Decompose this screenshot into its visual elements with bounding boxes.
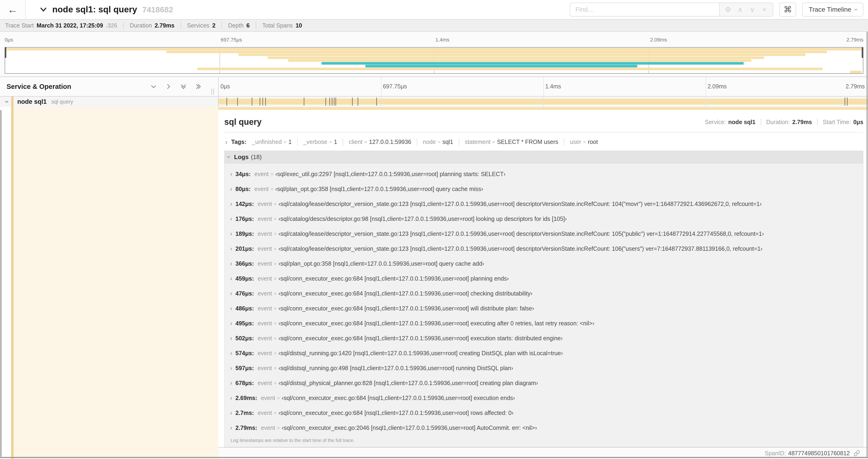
collapse-all-icon[interactable] bbox=[180, 83, 187, 90]
tag-item[interactable]: client=127.0.0.1:59936 bbox=[349, 138, 411, 145]
chevron-right-icon[interactable]: › bbox=[230, 305, 232, 312]
chevron-right-icon[interactable]: › bbox=[230, 171, 232, 177]
chevron-right-icon[interactable]: › bbox=[230, 186, 232, 192]
logs-header[interactable]: › Logs (18) bbox=[224, 151, 863, 163]
column-resize-handle[interactable] bbox=[211, 89, 214, 95]
ruler-tick-label: 0μs bbox=[220, 83, 230, 90]
minimap-tick-label: 2.09ms bbox=[650, 37, 667, 43]
tag-item[interactable]: user=root bbox=[570, 138, 598, 145]
log-timestamp: 189μs: bbox=[236, 230, 254, 237]
minimap-span-bar bbox=[166, 51, 827, 53]
chevron-right-icon[interactable]: › bbox=[230, 395, 232, 401]
chevron-right-icon[interactable]: › bbox=[230, 335, 232, 341]
chevron-right-icon[interactable]: › bbox=[230, 261, 232, 267]
log-row[interactable]: ›486μs:event=‹sql/conn_executor_exec.go:… bbox=[230, 301, 861, 316]
log-field-key: event bbox=[257, 245, 272, 252]
service-operation-header: Service & Operation bbox=[6, 83, 71, 91]
log-row[interactable]: ›201μs:event=‹sql/catalog/lease/descript… bbox=[230, 241, 861, 256]
log-field-value: ‹sql/distsql_running.go:498 [nsql1,clien… bbox=[279, 365, 513, 371]
span-row[interactable]: › node sql1 sql query bbox=[0, 97, 868, 107]
back-button[interactable]: ← bbox=[0, 0, 26, 19]
chevron-down-icon[interactable]: ∨ bbox=[747, 4, 757, 15]
chevron-right-icon[interactable]: › bbox=[230, 245, 232, 252]
log-row[interactable]: ›574μs:event=‹sql/distsql_running.go:142… bbox=[230, 346, 861, 361]
top-bar: ← node sql1: sql query 7418682 ∧ ∨ × bbox=[0, 0, 868, 19]
log-field-key: event bbox=[257, 290, 272, 297]
log-row[interactable]: ›366μs:event=‹sql/plan_opt.go:358 [nsql1… bbox=[230, 256, 861, 271]
summary-value: 10 bbox=[296, 22, 302, 29]
chevron-right-icon[interactable]: › bbox=[230, 231, 232, 237]
log-equals: = bbox=[271, 186, 274, 192]
close-icon[interactable]: × bbox=[759, 4, 770, 15]
chevron-right-icon[interactable]: › bbox=[225, 138, 227, 145]
span-id-label: SpanID: bbox=[765, 450, 786, 457]
span-row-timeline-cell[interactable] bbox=[218, 97, 868, 107]
tag-equals: = bbox=[284, 139, 286, 145]
log-row[interactable]: ›176μs:event=‹sql/catalog/descs/descript… bbox=[230, 211, 861, 226]
trace-minimap: 0μs697.75μs1.4ms2.09ms2.79ms bbox=[0, 32, 868, 77]
chevron-right-icon[interactable]: › bbox=[230, 410, 232, 416]
right-scrollbar[interactable] bbox=[867, 32, 868, 457]
log-row[interactable]: ›476μs:event=‹sql/conn_executor_exec.go:… bbox=[230, 286, 861, 301]
find-input[interactable] bbox=[570, 3, 719, 17]
chevron-right-icon[interactable]: › bbox=[230, 216, 232, 222]
log-row[interactable]: ›597μs:event=‹sql/distsql_running.go:498… bbox=[230, 361, 861, 376]
tag-item[interactable]: node=sql1 bbox=[423, 138, 453, 145]
log-row[interactable]: ›2.79ms:event=‹sql/conn_executor_exec.go… bbox=[230, 421, 861, 435]
divider bbox=[123, 22, 124, 29]
log-row[interactable]: ›34μs:event=‹sql/exec_util.go:2297 [nsql… bbox=[230, 167, 861, 182]
chevron-right-icon[interactable]: › bbox=[230, 290, 232, 297]
chevron-down-icon[interactable]: › bbox=[4, 101, 11, 103]
tag-value: 1 bbox=[334, 138, 337, 145]
chevron-right-icon[interactable]: › bbox=[230, 365, 232, 371]
expand-all-icon[interactable] bbox=[195, 83, 202, 90]
left-scrollbar[interactable] bbox=[0, 110, 1, 457]
log-timestamp: 2.79ms: bbox=[236, 424, 257, 431]
tag-item[interactable]: _unfinished=1 bbox=[252, 138, 292, 145]
log-row[interactable]: ›2.69ms:event=‹sql/conn_executor_exec.go… bbox=[230, 391, 861, 405]
summary-value-suffix: .326 bbox=[106, 22, 117, 29]
keyboard-shortcuts-button[interactable]: ⌘ bbox=[779, 3, 796, 17]
detail-left-gutter bbox=[0, 107, 218, 110]
tag-item[interactable]: _verbose=1 bbox=[303, 138, 337, 145]
log-row[interactable]: ›2.7ms:event=‹sql/conn_executor_exec.go:… bbox=[230, 405, 861, 421]
log-field-key: event bbox=[257, 275, 272, 282]
summary-value: 2 bbox=[212, 22, 215, 29]
expand-one-icon[interactable] bbox=[165, 83, 172, 90]
log-timestamp: 486μs: bbox=[236, 305, 254, 312]
log-equals: = bbox=[271, 171, 274, 177]
span-row-name-cell[interactable]: › node sql1 sql query bbox=[0, 97, 218, 107]
log-row[interactable]: ›189μs:event=‹sql/catalog/lease/descript… bbox=[230, 226, 861, 241]
collapse-one-icon[interactable] bbox=[150, 83, 157, 90]
tags-row[interactable]: › Tags: _unfinished=1_verbose=1client=12… bbox=[225, 137, 863, 147]
minimap-canvas[interactable] bbox=[5, 47, 863, 74]
span-color-accent bbox=[11, 107, 13, 110]
log-row[interactable]: ›459μs:event=‹sql/conn_executor_exec.go:… bbox=[230, 271, 861, 286]
chevron-right-icon[interactable]: › bbox=[230, 275, 232, 282]
log-field-value: ‹sql/catalog/lease/descriptor_version_st… bbox=[279, 201, 762, 207]
log-equals: = bbox=[277, 425, 280, 431]
chevron-right-icon[interactable]: › bbox=[230, 201, 232, 207]
chevron-down-icon[interactable] bbox=[39, 5, 48, 14]
log-row[interactable]: ›502μs:event=‹sql/conn_executor_exec.go:… bbox=[230, 331, 861, 346]
chevron-right-icon[interactable]: › bbox=[230, 350, 232, 356]
detail-strip bbox=[0, 107, 868, 110]
deep-link-icon[interactable] bbox=[854, 450, 860, 456]
chevron-up-icon[interactable]: ∧ bbox=[735, 4, 745, 15]
log-row[interactable]: ›678μs:event=‹sql/distsql_physical_plann… bbox=[230, 376, 861, 391]
log-row[interactable]: ›495μs:event=‹sql/conn_executor_exec.go:… bbox=[230, 316, 861, 331]
log-timestamp: 502μs: bbox=[236, 335, 254, 342]
bottom-scrollbar[interactable] bbox=[0, 457, 868, 458]
trace-view-select[interactable]: Trace Timeline › bbox=[802, 3, 863, 17]
chevron-right-icon[interactable]: › bbox=[230, 425, 232, 431]
log-row[interactable]: ›142μs:event=‹sql/catalog/lease/descript… bbox=[230, 197, 861, 211]
tag-item[interactable]: statement=SELECT * FROM users bbox=[465, 138, 558, 145]
chevron-right-icon[interactable]: › bbox=[230, 380, 232, 386]
log-field-key: event bbox=[257, 365, 272, 371]
crosshair-icon[interactable] bbox=[723, 4, 733, 15]
log-marker-tick bbox=[262, 97, 263, 106]
viewport-left-handle[interactable] bbox=[5, 47, 6, 58]
viewport-right-handle[interactable] bbox=[862, 47, 863, 58]
chevron-right-icon[interactable]: › bbox=[230, 320, 232, 327]
log-row[interactable]: ›80μs:event=‹sql/plan_opt.go:358 [nsql1,… bbox=[230, 182, 861, 197]
